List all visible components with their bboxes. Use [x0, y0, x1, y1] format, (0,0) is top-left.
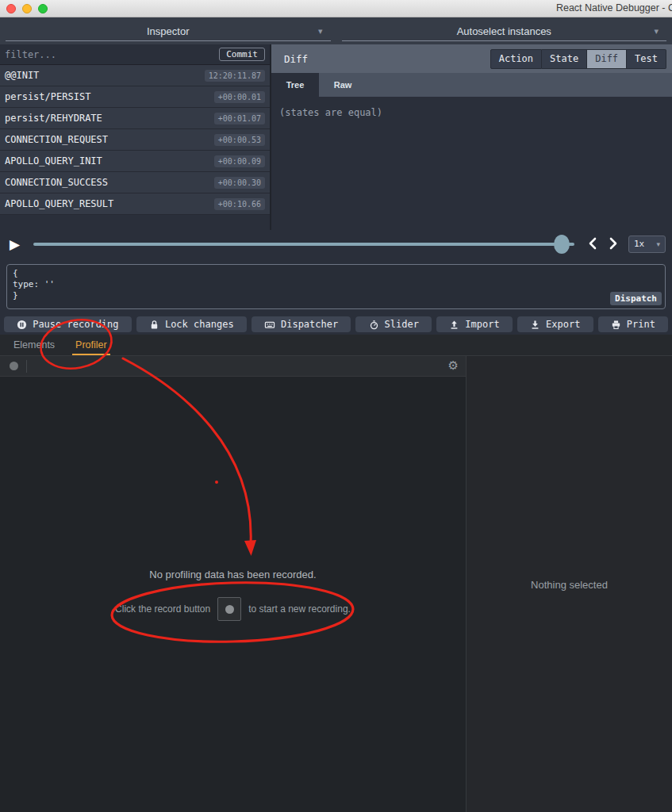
diff-panel: Diff Action State Diff Test Tree Raw (st… — [270, 44, 672, 230]
profiler-main-panel: ⚙ No profiling data has been recorded. C… — [0, 356, 467, 812]
step-forward-button[interactable] — [603, 235, 624, 254]
redux-devtools-top: Commit @@INIT 12:20:11.87 persist/PERSIS… — [0, 44, 672, 230]
mode-state-button[interactable]: State — [542, 49, 587, 69]
react-native-debugger-window: React Native Debugger - C Inspector ▾ Au… — [0, 0, 672, 812]
inspector-mode-group: Action State Diff Test — [490, 49, 666, 69]
pause-recording-button[interactable]: Pause recording — [4, 316, 132, 332]
react-devtools: Elements Profiler ⚙ No profiling data ha… — [0, 335, 672, 812]
tab-profiler[interactable]: Profiler — [72, 339, 110, 355]
dispatcher-code-line: { — [13, 268, 659, 279]
diff-panel-title: Diff — [284, 53, 490, 65]
inspector-dropdown-label: Inspector — [147, 25, 189, 37]
action-list-item[interactable]: @@INIT 12:20:11.87 — [0, 65, 270, 86]
profiler-detail-panel: Nothing selected — [467, 356, 672, 812]
step-back-button[interactable] — [582, 235, 603, 254]
close-window-button[interactable] — [6, 4, 16, 13]
filter-input[interactable] — [5, 49, 219, 60]
keyboard-icon — [264, 320, 275, 330]
action-list-item[interactable]: APOLLO_QUERY_RESULT +00:10.66 — [0, 193, 270, 215]
chevron-left-icon — [587, 236, 598, 251]
dispatch-button[interactable]: Dispatch — [610, 292, 662, 305]
play-button[interactable]: ▶ — [10, 236, 30, 252]
pause-icon — [17, 320, 27, 330]
filter-row: Commit — [0, 44, 270, 65]
chevron-right-icon — [608, 236, 619, 251]
playback-speed-dropdown[interactable]: 1x ▾ — [628, 236, 666, 253]
timeline-slider[interactable] — [33, 234, 574, 255]
tab-raw[interactable]: Raw — [319, 73, 367, 97]
tab-elements[interactable]: Elements — [10, 339, 58, 355]
action-list-item[interactable]: APOLLO_QUERY_INIT +00:00.09 — [0, 151, 270, 172]
dispatcher-code-line: type: '' — [13, 279, 659, 290]
chevron-down-icon: ▾ — [654, 26, 659, 36]
empty-state-title: No profiling data has been recorded. — [0, 569, 466, 580]
react-devtools-tabbar: Elements Profiler — [0, 335, 672, 356]
settings-gear-icon[interactable]: ⚙ — [448, 360, 459, 372]
action-timestamp: +00:00.30 — [214, 177, 265, 189]
devtools-button-row: Pause recording Lock changes Dispatcher — [0, 314, 672, 335]
export-icon — [530, 320, 540, 330]
dropdown-underline — [342, 40, 667, 41]
action-timestamp: +00:10.66 — [214, 198, 265, 210]
traffic-lights — [6, 4, 48, 13]
slider-toggle-button[interactable]: Slider — [355, 316, 432, 332]
action-timestamp: +00:01.07 — [214, 113, 265, 124]
autoselect-dropdown-label: Autoselect instances — [457, 25, 551, 37]
commit-button[interactable]: Commit — [219, 48, 265, 61]
inspector-dropdown[interactable]: Inspector ▾ — [0, 17, 336, 44]
printer-icon — [611, 320, 621, 330]
import-button[interactable]: Import — [436, 316, 513, 332]
print-button[interactable]: Print — [598, 316, 668, 332]
mode-diff-button[interactable]: Diff — [587, 49, 627, 69]
minimize-window-button[interactable] — [22, 4, 32, 13]
record-dot-icon — [225, 605, 234, 614]
nothing-selected-text: Nothing selected — [467, 579, 672, 591]
action-list-item[interactable]: persist/PERSIST +00:00.01 — [0, 86, 270, 108]
action-timestamp: +00:00.53 — [214, 134, 265, 146]
window-titlebar: React Native Debugger - C — [0, 0, 672, 17]
diff-subtabs: Tree Raw — [271, 73, 672, 97]
mode-action-button[interactable]: Action — [490, 49, 542, 69]
profiler-empty-state: No profiling data has been recorded. Cli… — [0, 377, 466, 812]
action-timestamp: +00:00.01 — [214, 91, 265, 103]
profiler-toolbar: ⚙ — [0, 356, 466, 377]
hint-text-before: Click the record button — [115, 603, 210, 615]
playback-controls: ▶ 1x ▾ — [0, 230, 672, 258]
dropdown-underline — [6, 40, 331, 41]
action-list-item[interactable]: persist/REHYDRATE +00:01.07 — [0, 108, 270, 129]
dispatcher-code-line: } — [13, 290, 659, 301]
diff-content: (states are equal) — [271, 97, 672, 230]
action-list-item[interactable]: CONNECTION_REQUEST +00:00.53 — [0, 129, 270, 151]
record-button[interactable] — [10, 362, 18, 370]
lock-icon — [149, 320, 159, 330]
top-nav: Inspector ▾ Autoselect instances ▾ — [0, 17, 672, 44]
export-button[interactable]: Export — [517, 316, 593, 332]
action-timestamp: +00:00.09 — [214, 155, 265, 167]
zoom-window-button[interactable] — [38, 4, 48, 13]
action-list-panel: Commit @@INIT 12:20:11.87 persist/PERSIS… — [0, 44, 270, 230]
chevron-down-icon: ▾ — [656, 240, 660, 248]
autoselect-instances-dropdown[interactable]: Autoselect instances ▾ — [336, 17, 672, 44]
window-title: React Native Debugger - C — [556, 2, 672, 13]
dispatcher-editor[interactable]: { type: '' } Dispatch — [6, 264, 666, 309]
mode-test-button[interactable]: Test — [627, 49, 666, 69]
action-timestamp: 12:20:11.87 — [205, 70, 265, 82]
import-icon — [449, 320, 459, 330]
playback-speed-value: 1x — [634, 239, 656, 249]
tab-tree[interactable]: Tree — [271, 73, 319, 97]
lock-changes-button[interactable]: Lock changes — [136, 316, 247, 332]
slider-track — [33, 243, 574, 246]
chevron-down-icon: ▾ — [318, 26, 323, 36]
inline-record-button[interactable] — [217, 597, 241, 621]
hint-text-after: to start a new recording. — [248, 603, 351, 615]
empty-state-hint: Click the record button to start a new r… — [0, 597, 466, 621]
slider-thumb[interactable] — [554, 235, 570, 254]
dispatcher-zone: { type: '' } Dispatch — [0, 258, 672, 314]
diff-panel-header: Diff Action State Diff Test — [271, 44, 672, 73]
stopwatch-icon — [369, 320, 379, 330]
action-list-item[interactable]: CONNECTION_SUCCESS +00:00.30 — [0, 172, 270, 193]
profiler-body: ⚙ No profiling data has been recorded. C… — [0, 356, 672, 812]
dispatcher-toggle-button[interactable]: Dispatcher — [252, 316, 351, 332]
toolbar-divider — [26, 360, 27, 373]
